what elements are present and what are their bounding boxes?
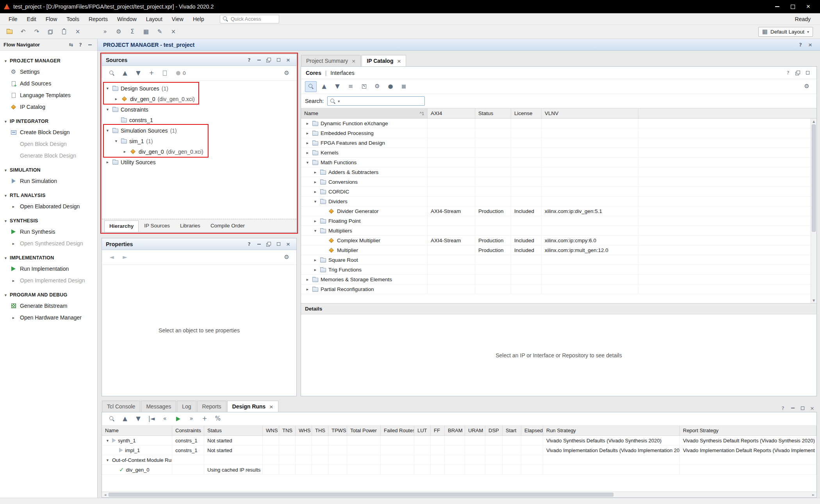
ip-catalog-float-button[interactable] xyxy=(793,69,802,77)
properties-settings-button[interactable]: ⚙ xyxy=(281,252,292,263)
runs-column-header-run-strategy[interactable]: Run Strategy xyxy=(543,426,680,435)
ip-row-math-functions[interactable]: ▾Math Functions xyxy=(301,158,816,167)
flow-nav-item-run-implementation[interactable]: Run Implementation xyxy=(0,263,97,275)
tab-reports[interactable]: Reports xyxy=(197,401,226,412)
delete-button[interactable]: × xyxy=(71,27,84,37)
flow-nav-item-generate-bitstream[interactable]: Generate Bitstream xyxy=(0,300,97,312)
flow-nav-item-open-hardware-manager[interactable]: ▸Open Hardware Manager xyxy=(0,312,97,323)
flow-nav-item-create-block-design[interactable]: Create Block Design xyxy=(0,126,97,138)
ip-catalog-search-input[interactable]: ▾ xyxy=(327,96,425,106)
ip-row-conversions[interactable]: ▸Conversions xyxy=(301,177,816,187)
tab-close-icon[interactable]: × xyxy=(397,58,401,64)
sources-tree-item-div-gen-0-1[interactable]: ▸div_gen_0(div_gen_0.xci) xyxy=(102,94,296,104)
chevron-right-icon[interactable]: ▸ xyxy=(114,97,119,101)
sources-search-button[interactable] xyxy=(106,68,118,79)
sources-minimize-button[interactable] xyxy=(255,56,263,64)
flow-nav-item-open-elaborated-design[interactable]: ▸Open Elaborated Design xyxy=(0,201,97,212)
design-runs-play-button[interactable] xyxy=(172,413,184,424)
design-runs-first-button[interactable]: |◄ xyxy=(146,413,157,424)
properties-back-button[interactable]: ◄ xyxy=(106,252,118,263)
chevron-right-icon[interactable]: ▸ xyxy=(313,268,318,272)
properties-minimize-button[interactable] xyxy=(255,240,263,248)
tab-close-icon[interactable]: × xyxy=(269,404,273,410)
sources-tab-ip-sources[interactable]: IP Sources xyxy=(139,220,175,232)
chevron-right-icon[interactable]: ▸ xyxy=(11,241,16,246)
flow-nav-item-language-templates[interactable]: Language Templates xyxy=(0,89,97,101)
chevron-right-icon[interactable]: ▸ xyxy=(305,151,310,155)
horizontal-scrollbar[interactable]: ◄ ► xyxy=(102,492,816,497)
chevron-down-icon[interactable]: ▾ xyxy=(313,229,318,233)
open-project-button[interactable] xyxy=(3,27,16,37)
menu-item-view[interactable]: View xyxy=(167,14,188,24)
ip-row-dynamic-function-exchange[interactable]: ▸Dynamic Function eXchange xyxy=(301,119,816,128)
ip-catalog-help-button[interactable]: ? xyxy=(784,69,792,77)
chevron-right-icon[interactable]: ▸ xyxy=(105,160,110,164)
ip-column-header-axi4[interactable]: AXI4 xyxy=(428,108,475,118)
design-runs-minimize-button[interactable] xyxy=(788,404,797,412)
project-manager-help-button[interactable]: ? xyxy=(796,41,805,49)
sources-help-button[interactable]: ? xyxy=(245,56,253,64)
menu-item-reports[interactable]: Reports xyxy=(84,14,112,24)
sources-tab-compile-order[interactable]: Compile Order xyxy=(206,220,250,232)
ip-catalog-stop-button[interactable] xyxy=(398,81,410,92)
runs-column-header-whs[interactable]: WHS xyxy=(296,426,312,435)
redo-button[interactable]: ↷ xyxy=(30,27,43,37)
ip-catalog-search-button[interactable] xyxy=(305,81,317,92)
scrollbar-track[interactable] xyxy=(108,492,810,497)
chevron-down-icon[interactable]: ▾ xyxy=(3,59,8,63)
ip-row-kernels[interactable]: ▸Kernels xyxy=(301,148,816,158)
ip-catalog-customize-button[interactable]: ⚙ xyxy=(371,81,383,92)
chevron-right-icon[interactable]: ▸ xyxy=(11,279,16,283)
settings-button[interactable]: ⚙ xyxy=(112,27,125,37)
flow-nav-toggle-button[interactable]: ⇆ xyxy=(67,41,75,49)
run-row-synth-1[interactable]: ▾synth_1constrs_1Not startedVivado Synth… xyxy=(102,436,816,445)
run-row-impl-1[interactable]: impl_1constrs_1Not startedVivado Impleme… xyxy=(102,445,816,455)
runs-column-header-bram[interactable]: BRAM xyxy=(445,426,465,435)
sources-tree-item-constraints-2[interactable]: ▾Constraints xyxy=(102,104,296,115)
scroll-left-icon[interactable]: ◄ xyxy=(102,492,108,497)
scrollbar-track[interactable] xyxy=(811,124,816,298)
properties-forward-button[interactable]: ► xyxy=(119,252,131,263)
cancel-button[interactable]: × xyxy=(167,27,180,37)
ip-catalog-restore-button[interactable] xyxy=(358,81,370,92)
project-manager-close-button[interactable]: × xyxy=(806,41,815,49)
flow-nav-section-header-ip-integrator[interactable]: ▾IP INTEGRATOR xyxy=(0,116,97,126)
report-button[interactable]: Σ xyxy=(126,27,139,37)
chevron-down-icon[interactable]: ▾ xyxy=(3,219,8,223)
vertical-scrollbar[interactable]: ▲ ▼ xyxy=(811,119,816,303)
ip-row-complex-multiplier[interactable]: Complex MultiplierAXI4-StreamProductionI… xyxy=(301,236,816,245)
properties-help-button[interactable]: ? xyxy=(245,240,253,248)
ip-row-cordic[interactable]: ▸CORDIC xyxy=(301,187,816,197)
chevron-down-icon[interactable]: ▾ xyxy=(105,86,110,91)
runs-column-header-tns[interactable]: TNS xyxy=(279,426,296,435)
sources-float-button[interactable] xyxy=(264,56,273,64)
step-button[interactable]: » xyxy=(99,27,111,37)
design-runs-expand-all-button[interactable]: ▼ xyxy=(132,413,144,424)
menu-item-tools[interactable]: Tools xyxy=(62,14,84,24)
layout-selector[interactable]: ▦ Default Layout ▾ xyxy=(758,27,813,37)
menu-item-layout[interactable]: Layout xyxy=(141,14,167,24)
tab-close-icon[interactable]: × xyxy=(351,58,356,64)
chevron-down-icon[interactable]: ▾ xyxy=(3,256,8,260)
flow-nav-section-header-synthesis[interactable]: ▾SYNTHESIS xyxy=(0,216,97,226)
runs-column-header-dsp[interactable]: DSP xyxy=(485,426,503,435)
chevron-right-icon[interactable]: ▸ xyxy=(11,204,16,209)
tab-tcl-console[interactable]: Tcl Console xyxy=(102,401,140,412)
sources-tree-item-constrs-1-3[interactable]: constrs_1 xyxy=(102,115,296,125)
quick-access-search[interactable]: Quick Access xyxy=(220,15,279,23)
design-runs-add-button[interactable]: + xyxy=(199,413,210,424)
run-row-div-gen-0[interactable]: ✓div_gen_0Using cached IP results xyxy=(102,465,816,475)
flow-nav-minimize-button[interactable] xyxy=(86,41,94,49)
chevron-right-icon[interactable]: ▸ xyxy=(313,219,318,223)
chevron-down-icon[interactable]: ▾ xyxy=(3,293,8,297)
ip-row-square-root[interactable]: ▸Square Root xyxy=(301,255,816,265)
ip-row-divider-generator[interactable]: Divider GeneratorAXI4-StreamProductionIn… xyxy=(301,206,816,216)
menu-item-flow[interactable]: Flow xyxy=(41,14,62,24)
window-close-button[interactable]: × xyxy=(800,1,816,12)
runs-column-header-total-power[interactable]: Total Power xyxy=(347,426,381,435)
copy-button[interactable] xyxy=(44,27,57,37)
sources-settings-button[interactable]: ⚙ xyxy=(281,68,292,79)
chevron-down-icon[interactable]: ▾ xyxy=(313,199,318,204)
paste-button[interactable] xyxy=(58,27,70,37)
ip-row-multiplier[interactable]: MultiplierProductionIncludedxilinx.com:i… xyxy=(301,245,816,255)
